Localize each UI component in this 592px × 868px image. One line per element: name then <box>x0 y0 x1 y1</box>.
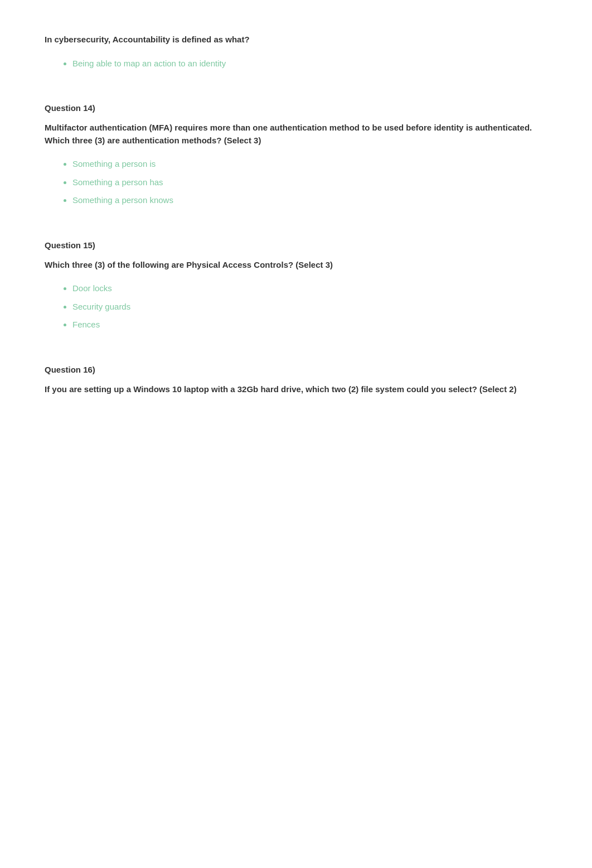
list-item: Something a person knows <box>72 194 547 207</box>
list-item: Being able to map an action to an identi… <box>72 57 547 70</box>
q14-question-text: Multifactor authentication (MFA) require… <box>45 122 547 147</box>
list-item: Fences <box>72 319 547 331</box>
q14-answer-list: Something a person is Something a person… <box>45 158 547 207</box>
q16-question-text: If you are setting up a Windows 10 lapto… <box>45 383 547 396</box>
q15-label: Question 15) <box>45 240 547 250</box>
q13-question-text: In cybersecurity, Accountability is defi… <box>45 33 547 46</box>
q14-section: Question 14) Multifactor authentication … <box>45 103 547 207</box>
q15-answer-list: Door locks Security guards Fences <box>45 282 547 331</box>
list-item: Something a person is <box>72 158 547 171</box>
q13-answer-list: Being able to map an action to an identi… <box>45 57 547 70</box>
list-item: Something a person has <box>72 176 547 189</box>
q16-section: Question 16) If you are setting up a Win… <box>45 365 547 396</box>
list-item: Security guards <box>72 301 547 314</box>
q15-section: Question 15) Which three (3) of the foll… <box>45 240 547 331</box>
list-item: Door locks <box>72 282 547 295</box>
q16-label: Question 16) <box>45 365 547 374</box>
q15-question-text: Which three (3) of the following are Phy… <box>45 259 547 272</box>
q14-label: Question 14) <box>45 103 547 113</box>
q13-section: In cybersecurity, Accountability is defi… <box>45 33 547 70</box>
